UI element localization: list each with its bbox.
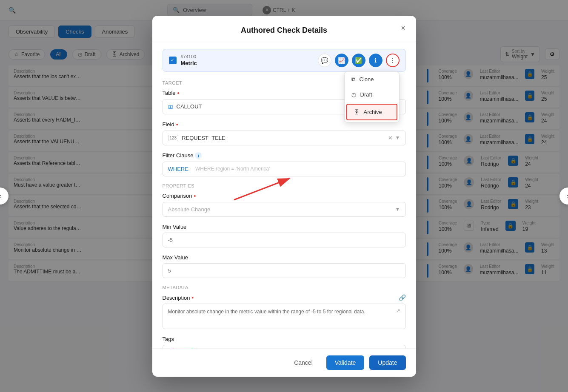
cancel-button[interactable]: Cancel bbox=[285, 355, 321, 370]
min-value-input[interactable] bbox=[163, 233, 406, 247]
comparison-form-group: Comparison • Absolute Change ▼ bbox=[163, 193, 406, 217]
description-input[interactable]: Monitor absolute change in the metric va… bbox=[163, 304, 406, 329]
tag-high: High ✕ bbox=[168, 348, 195, 348]
field-input[interactable]: 123 REQUEST_TELE ✕ ▼ bbox=[163, 131, 406, 145]
field-form-group: Field • 123 REQUEST_TELE ✕ ▼ bbox=[163, 121, 406, 145]
field-value: REQUEST_TELE bbox=[182, 135, 225, 141]
required-indicator: • bbox=[191, 294, 194, 301]
clone-icon: ⧉ bbox=[351, 76, 355, 83]
tags-clear-icon[interactable]: ✕ bbox=[386, 348, 392, 348]
comparison-chevron-icon[interactable]: ▼ bbox=[395, 206, 400, 212]
filter-placeholder-text: WHERE region = 'North America' bbox=[195, 166, 270, 172]
update-button[interactable]: Update bbox=[369, 355, 405, 370]
chart-button[interactable]: 📈 bbox=[335, 54, 348, 67]
required-indicator: • bbox=[177, 90, 180, 97]
required-indicator: • bbox=[194, 193, 196, 199]
filter-clause-label: Filter Clause i bbox=[163, 152, 406, 159]
max-value-form-group: Max Value bbox=[163, 254, 406, 278]
archive-menu-item[interactable]: 🗄 Archive bbox=[346, 104, 397, 120]
table-icon: ⊞ bbox=[168, 103, 173, 110]
clear-field-icon[interactable]: ✕ bbox=[388, 135, 393, 141]
tags-form-group: Tags High ✕ ✕ ▼ bbox=[163, 336, 406, 348]
dropdown-menu: ⧉ Clone ◷ Draft 🗄 Archive bbox=[344, 71, 400, 122]
comparison-select[interactable]: Absolute Change ▼ bbox=[163, 202, 406, 217]
modal-overlay[interactable]: ‹ Authored Check Details × ✓ #74100 Metr… bbox=[0, 0, 568, 392]
comparison-label: Comparison • bbox=[163, 193, 406, 199]
more-options-button[interactable]: ⋮ bbox=[386, 54, 400, 67]
modal-close-button[interactable]: × bbox=[397, 23, 409, 34]
draft-menu-item[interactable]: ◷ Draft bbox=[345, 87, 399, 102]
max-value-input[interactable] bbox=[163, 263, 406, 278]
clone-label: Clone bbox=[360, 76, 374, 82]
validate-button[interactable]: Validate bbox=[326, 355, 365, 370]
check-checkbox-icon: ✓ bbox=[169, 57, 177, 64]
properties-section-label: Properties bbox=[163, 183, 406, 188]
info-button[interactable]: ℹ bbox=[369, 54, 382, 67]
comparison-placeholder: Absolute Change bbox=[168, 206, 211, 213]
max-value-label: Max Value bbox=[163, 254, 406, 261]
filter-where-keyword: WHERE bbox=[168, 166, 188, 172]
field-type-icon: 123 bbox=[168, 135, 179, 141]
nav-next-button[interactable]: › bbox=[559, 187, 568, 205]
comment-button[interactable]: 💬 bbox=[318, 54, 331, 67]
draft-label: Draft bbox=[360, 91, 372, 98]
archive-icon: 🗄 bbox=[354, 109, 360, 115]
min-value-label: Min Value bbox=[163, 224, 406, 230]
filter-info-icon[interactable]: i bbox=[195, 152, 202, 159]
modal-body: ✓ #74100 Metric 💬 📈 ✅ ℹ ⋮ ⧉ bbox=[152, 42, 416, 348]
nav-prev-button[interactable]: ‹ bbox=[0, 187, 9, 205]
filter-clause-form-group: Filter Clause i WHERE WHERE region = 'No… bbox=[163, 152, 406, 176]
check-actions: 💬 📈 ✅ ℹ ⋮ bbox=[318, 54, 400, 67]
modal-title: Authored Check Details bbox=[152, 16, 416, 42]
check-id: #74100 bbox=[181, 54, 197, 59]
draft-icon: ◷ bbox=[351, 91, 356, 98]
clone-menu-item[interactable]: ⧉ Clone bbox=[345, 72, 399, 87]
check-id-block: #74100 Metric bbox=[181, 54, 197, 66]
description-edit-icon[interactable]: 🔗 bbox=[399, 294, 406, 301]
archive-label: Archive bbox=[364, 109, 382, 115]
field-chevron-icon[interactable]: ▼ bbox=[395, 135, 400, 141]
desc-resize-icon: ↗ bbox=[396, 308, 400, 314]
authored-check-details-modal: Authored Check Details × ✓ #74100 Metric… bbox=[152, 16, 416, 377]
description-label: Description • 🔗 bbox=[163, 294, 406, 301]
tags-input[interactable]: High ✕ ✕ ▼ bbox=[163, 345, 406, 348]
min-value-form-group: Min Value bbox=[163, 224, 406, 247]
metadata-section-label: Metadata bbox=[163, 285, 406, 290]
description-form-group: Description • 🔗 Monitor absolute change … bbox=[163, 294, 406, 329]
description-value: Monitor absolute change in the metric va… bbox=[168, 308, 396, 315]
check-header-strip: ✓ #74100 Metric 💬 📈 ✅ ℹ ⋮ ⧉ bbox=[163, 49, 406, 72]
task-button[interactable]: ✅ bbox=[352, 54, 365, 67]
filter-clause-input[interactable]: WHERE WHERE region = 'North America' bbox=[163, 162, 406, 176]
modal-title-text: Authored Check Details bbox=[241, 26, 327, 34]
required-indicator: • bbox=[176, 121, 178, 128]
modal-footer: Cancel Validate Update bbox=[152, 348, 416, 377]
tags-label: Tags bbox=[163, 336, 406, 342]
check-type: Metric bbox=[181, 60, 197, 66]
table-value: CALLOUT bbox=[177, 103, 202, 110]
